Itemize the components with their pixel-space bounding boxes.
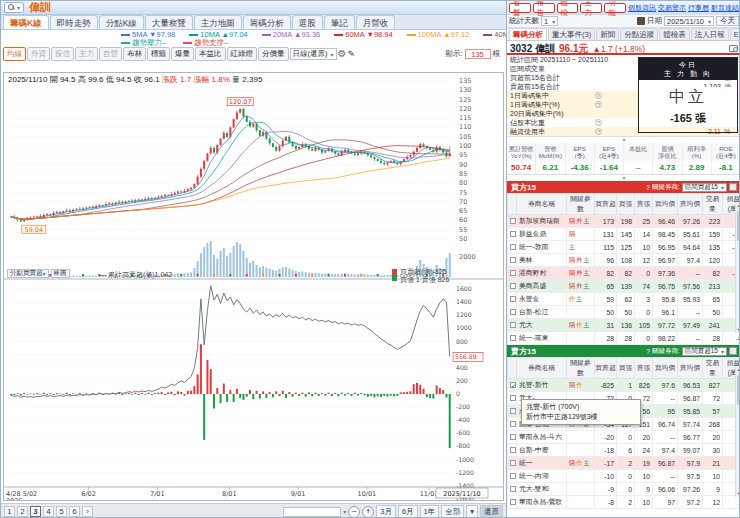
broker-name[interactable]: 新加坡商瑞銀	[517, 215, 567, 228]
indicator-button-7[interactable]: 爆量	[171, 47, 194, 61]
row-checkbox[interactable]	[510, 283, 516, 289]
sell-row-8[interactable]: 元大-雙和-90996.0697.2692	[508, 483, 740, 496]
broker-name[interactable]: 美林	[517, 254, 567, 267]
column-header-3[interactable]: 買張	[617, 358, 635, 379]
draw-icon[interactable]: ✎	[347, 49, 355, 59]
tab-3[interactable]: 大量察覽	[145, 15, 193, 29]
help-icon[interactable]: ?	[595, 128, 602, 135]
row-checkbox[interactable]	[510, 335, 516, 341]
panel-link-2[interactable]: 行事曆	[688, 3, 709, 13]
page-button-2[interactable]: 2	[17, 506, 28, 517]
bars-count-input[interactable]	[465, 49, 491, 59]
row-checkbox[interactable]	[510, 486, 516, 492]
scroll-down-icon[interactable]: ▼	[736, 327, 740, 333]
page-button-4[interactable]: 4	[43, 506, 54, 517]
row-checkbox[interactable]	[510, 395, 516, 401]
row-checkbox[interactable]	[510, 218, 516, 224]
panel-button-3[interactable]: 主力	[580, 3, 602, 13]
page-button-3[interactable]: 3	[30, 506, 41, 517]
row-checkbox[interactable]	[510, 257, 516, 263]
broker-name[interactable]: 統一	[517, 457, 567, 470]
indicator-button-3[interactable]: 主力	[75, 47, 98, 61]
lower-control-0[interactable]: 分點買賣超▾	[7, 269, 49, 278]
column-header-1[interactable]: 關鍵參數	[567, 358, 595, 379]
buy-row-2[interactable]: 統一-敦南主1151251096.9594.64135-12	[508, 241, 740, 254]
scroll-down-icon[interactable]: ▼	[736, 491, 740, 497]
help-icon[interactable]: ?	[646, 348, 650, 355]
row-checkbox[interactable]	[510, 309, 516, 315]
tab-2[interactable]: 分點K線	[99, 15, 144, 29]
column-header-7[interactable]: 交易量	[703, 358, 723, 379]
column-header-5[interactable]: 買均價	[653, 358, 678, 379]
row-checkbox[interactable]	[510, 231, 516, 237]
row-checkbox[interactable]	[510, 408, 516, 414]
tab-5[interactable]: 籌碼分析	[243, 15, 291, 29]
broker-name[interactable]: 港商野村	[517, 267, 567, 280]
row-checkbox[interactable]	[510, 270, 516, 276]
buy-row-0[interactable]: 新加坡商瑞銀隔外主1731982596.4697.26223-4	[508, 215, 740, 228]
buy-row-1[interactable]: 群益金鼎隔1311451498.4595.61159-35	[508, 228, 740, 241]
sell-row-6[interactable]: 統一隔作主-1721996.8797.9210	[508, 457, 740, 470]
gear-icon[interactable]: ⚙	[338, 49, 347, 59]
zoom-out-icon[interactable]: −	[348, 506, 360, 518]
broker-name[interactable]: 華南永昌-斗六	[517, 431, 567, 444]
broker-name[interactable]: 元大	[517, 319, 567, 332]
column-header-4[interactable]: 賣張	[635, 194, 653, 215]
key-broker-select[interactable]: 區間賣超15▾	[682, 347, 727, 356]
panel-tab-4[interactable]: 體檢表	[659, 28, 690, 40]
page-button-5[interactable]: 5	[56, 506, 67, 517]
column-header-2[interactable]: 買賣超	[595, 194, 617, 215]
sell-row-9[interactable]: 華南永昌-鶯歌-82109797.2121	[508, 496, 740, 509]
key-broker-select[interactable]: 區間買超15▾	[682, 183, 727, 192]
panel-tab-0[interactable]: 籌碼分析	[509, 28, 547, 40]
broker-name[interactable]: 統一-內湖	[517, 470, 567, 483]
date-select[interactable]: 2025/11/10▾	[664, 16, 714, 26]
column-header-6[interactable]: 賣均價	[678, 358, 703, 379]
range-button-2[interactable]: 1年	[420, 505, 440, 518]
buy-row-4[interactable]: 港商野村隔外主8282097.36--82-10	[508, 267, 740, 280]
help-icon[interactable]: ?	[595, 119, 602, 126]
key-broker-go-button[interactable]	[729, 347, 737, 355]
range-button-1[interactable]: 6月	[398, 505, 418, 518]
column-header-5[interactable]: 買均價	[653, 194, 678, 215]
broker-name[interactable]: 兆豐-新竹	[517, 379, 567, 392]
indicator-button-8[interactable]: 本益比	[195, 47, 226, 61]
column-header-6[interactable]: 賣均價	[678, 194, 703, 215]
row-checkbox[interactable]	[510, 322, 516, 328]
indicator-button-0[interactable]: 均線	[3, 47, 26, 61]
broker-name[interactable]: 統一-敦南	[517, 241, 567, 254]
indicator-button-10[interactable]: 分價量	[258, 47, 289, 61]
page-button-6[interactable]: 6	[69, 506, 80, 517]
column-header-3[interactable]: 買張	[617, 194, 635, 215]
panel-button-0[interactable]: 看盤	[509, 3, 531, 13]
help-icon[interactable]: ?	[646, 184, 650, 191]
tab-7[interactable]: 筆記	[324, 15, 355, 29]
row-checkbox[interactable]	[510, 460, 516, 466]
help-icon[interactable]: ?	[595, 101, 602, 108]
range-input[interactable]	[283, 507, 341, 517]
price-chart-svg[interactable]: 5055606570758085909510010511011512012513…	[4, 73, 503, 500]
page-button-1[interactable]: 1	[4, 506, 15, 517]
range-button-4[interactable]: ▾	[466, 505, 478, 518]
buy-row-5[interactable]: 美商高盛隔外主651397496.7597.562132	[508, 280, 740, 293]
broker-name[interactable]: 美商高盛	[517, 280, 567, 293]
panel-button-4[interactable]: 功能	[604, 3, 626, 13]
help-icon[interactable]: ?	[595, 92, 602, 99]
row-checkbox[interactable]	[510, 447, 516, 453]
column-header-7[interactable]: 交易量	[703, 194, 723, 215]
stat-days-select[interactable]: 1▾	[541, 16, 558, 26]
panel-link-1[interactable]: 交易警示	[658, 3, 686, 13]
scroll-up-icon[interactable]: ▲	[736, 367, 740, 373]
column-header-0[interactable]: 券商名稱	[517, 194, 567, 215]
buy-row-3[interactable]: 美林隔外主961081296.9797.4120-8	[508, 254, 740, 267]
panel-link-0[interactable]: 個股資訊	[628, 3, 656, 13]
broker-name[interactable]: 統一-羅東	[517, 332, 567, 345]
indicator-button-1[interactable]: 外資	[27, 47, 50, 61]
sell-row-5[interactable]: 台新-中壢-1862497.499.07304	[508, 444, 740, 457]
panel-button-1[interactable]: 報告	[533, 3, 555, 13]
row-checkbox[interactable]	[510, 499, 516, 505]
period-select[interactable]: 日線(還原)▾	[290, 48, 337, 60]
tab-4[interactable]: 主力地圖	[194, 15, 242, 29]
buy-row-7[interactable]: 台新-松江5050096.1--500	[508, 306, 740, 319]
indicator-button-2[interactable]: 投信	[51, 47, 74, 61]
